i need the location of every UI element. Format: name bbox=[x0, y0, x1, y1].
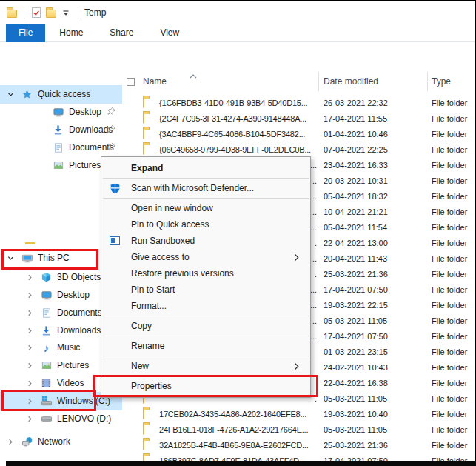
table-row[interactable]: 17CEB02A-3435-4A86-A202-1640EFE8...19-03… bbox=[122, 407, 476, 422]
tab-view[interactable]: View bbox=[147, 24, 192, 42]
file-date-modified: 20-04-2021 11:43 bbox=[324, 254, 412, 263]
defender-shield-icon bbox=[109, 182, 121, 194]
chevron-right-icon[interactable] bbox=[25, 327, 34, 335]
menu-item-label: Pin to Start bbox=[131, 284, 175, 295]
table-row[interactable]: {06C49658-9799-4D38-9EFF-0E2DEC0B...07-0… bbox=[122, 142, 476, 158]
chevron-right-icon[interactable] bbox=[25, 379, 34, 387]
table-row[interactable]: {3AC4BBF9-4C65-4086-B104-5DF3482...01-04… bbox=[122, 127, 476, 142]
table-row[interactable]: 32A1825B-4F4B-4B65-9E8A-E2602FCD...25-03… bbox=[122, 438, 476, 453]
file-date-modified: 05-03-2021 11:05 bbox=[324, 425, 412, 434]
select-all-checkbox[interactable] bbox=[127, 78, 135, 86]
file-date-modified: 25-03-2021 21:36 bbox=[324, 270, 412, 279]
file-date-modified: 17-04-2021 07:50 bbox=[324, 285, 412, 294]
sidebar-item-documents[interactable]: Documents bbox=[0, 139, 122, 156]
chevron-right-icon[interactable] bbox=[25, 273, 34, 282]
file-date-modified: 10-04-2021 21:21 bbox=[324, 207, 412, 216]
file-type: File folder bbox=[432, 207, 467, 216]
customize-dropdown-icon[interactable] bbox=[58, 5, 73, 20]
tab-share[interactable]: Share bbox=[97, 24, 146, 42]
file-date-modified: 01-04-2021 10:46 bbox=[324, 130, 412, 139]
checklist-icon[interactable] bbox=[29, 5, 44, 20]
download-icon bbox=[40, 324, 53, 336]
chevron-right-icon[interactable] bbox=[25, 291, 34, 299]
file-date-modified: 24-02-2021 10:43 bbox=[324, 363, 412, 372]
window-border-top bbox=[0, 0, 476, 1]
annotation-box-this-pc bbox=[1, 249, 98, 270]
menu-separator bbox=[103, 356, 309, 356]
sort-ascending-icon bbox=[189, 71, 198, 81]
pinned-icon bbox=[107, 107, 117, 117]
tab-home[interactable]: Home bbox=[47, 24, 95, 42]
menu-item-rename[interactable]: Rename bbox=[101, 338, 310, 354]
menu-item-properties[interactable]: Properties bbox=[101, 378, 310, 394]
file-date-modified: 22-04-2021 16:38 bbox=[324, 379, 412, 387]
menu-item-format[interactable]: Format... bbox=[101, 298, 310, 314]
sidebar-item-desktop[interactable]: Desktop bbox=[0, 103, 122, 121]
column-header-date-modified[interactable]: Date modified bbox=[324, 76, 378, 87]
menu-item-new[interactable]: New bbox=[101, 358, 310, 374]
menu-item-label: Open in new window bbox=[131, 203, 213, 213]
sandbox-icon bbox=[109, 235, 121, 247]
chevron-right-icon[interactable] bbox=[25, 362, 34, 370]
menu-item-label: Run Sandboxed bbox=[131, 236, 195, 246]
file-date-modified: 07-04-2021 22:25 bbox=[324, 145, 412, 154]
context-menu: ExpandScan with Microsoft Defender...Ope… bbox=[101, 156, 311, 398]
chevron-right-icon[interactable] bbox=[25, 309, 34, 317]
chevron-down-icon[interactable] bbox=[6, 90, 15, 99]
menu-separator bbox=[103, 178, 309, 179]
picture-icon bbox=[40, 359, 53, 371]
menu-item-open-in-new-window[interactable]: Open in new window bbox=[101, 200, 310, 216]
sidebar-item-lenovo-d[interactable]: LENOVO (D:) bbox=[0, 410, 122, 427]
new-folder-button[interactable] bbox=[44, 5, 58, 20]
annotation-box-properties bbox=[93, 375, 318, 397]
file-date-modified: 05-04-2021 11:54 bbox=[324, 223, 412, 232]
sidebar-item-label: Pictures bbox=[57, 360, 89, 370]
menu-item-scan-with-microsoft-defender[interactable]: Scan with Microsoft Defender... bbox=[101, 180, 310, 196]
window-border-bottom bbox=[6, 461, 476, 466]
column-divider[interactable] bbox=[318, 72, 319, 91]
column-header-name[interactable]: Name bbox=[143, 76, 167, 87]
sidebar-item-network[interactable]: Network bbox=[0, 433, 122, 450]
table-row[interactable]: {1C6FBDB3-41D0-491B-93B4-5D40D15...26-03… bbox=[122, 96, 476, 111]
chevron-right-icon[interactable] bbox=[6, 438, 15, 446]
folder-icon bbox=[143, 441, 144, 450]
file-type: File folder bbox=[432, 176, 467, 185]
menu-item-pin-to-quick-access[interactable]: Pin to Quick access bbox=[101, 216, 310, 233]
file-date-modified: 25-03-2021 21:36 bbox=[324, 441, 412, 450]
file-date-modified: 19-03-2021 22:15 bbox=[324, 301, 412, 310]
chevron-right-icon[interactable] bbox=[25, 415, 34, 423]
file-name: {06C49658-9799-4D38-9EFF-0E2DEC0B... bbox=[159, 145, 317, 154]
menu-item-expand[interactable]: Expand bbox=[101, 160, 310, 176]
sidebar-item-downloads[interactable]: Downloads bbox=[0, 121, 122, 139]
sidebar-item-label: Pictures bbox=[69, 160, 101, 170]
table-row[interactable]: {2C4F7C95-3F31-4274-A390-9148448A...17-0… bbox=[122, 111, 476, 127]
menu-item-run-sandboxed[interactable]: Run Sandboxed bbox=[101, 233, 310, 249]
sidebar-item-label: Desktop bbox=[57, 290, 90, 300]
column-header-type[interactable]: Type bbox=[432, 76, 451, 87]
download-icon bbox=[52, 124, 64, 136]
file-type: File folder bbox=[432, 270, 467, 279]
file-type: File folder bbox=[432, 394, 467, 403]
menu-item-restore-previous-versions[interactable]: Restore previous versions bbox=[101, 265, 310, 282]
app-folder-icon bbox=[4, 5, 19, 20]
menu-item-label: Copy bbox=[131, 321, 152, 331]
file-type: File folder bbox=[432, 99, 467, 107]
menu-item-pin-to-start[interactable]: Pin to Start bbox=[101, 282, 310, 298]
menu-item-label: Give access to bbox=[131, 252, 190, 262]
file-date-modified: 17-04-2021 11:55 bbox=[324, 114, 412, 123]
pinned-icon bbox=[107, 124, 117, 135]
pinned-icon bbox=[107, 142, 117, 153]
sidebar-item-label: Network bbox=[38, 436, 70, 447]
tab-file[interactable]: File bbox=[6, 24, 45, 42]
sidebar-item-quick-access[interactable]: Quick access bbox=[0, 85, 122, 103]
table-row[interactable]: 24FB16E1-018F-4726-A1A2-29217664E...05-0… bbox=[122, 422, 476, 438]
menu-item-copy[interactable]: Copy bbox=[101, 318, 310, 334]
chevron-right-icon[interactable] bbox=[25, 344, 34, 352]
file-explorer-window: Temp FileHomeShareView ← → ↑ ››AppData›L… bbox=[0, 0, 476, 466]
ribbon-tabs: FileHomeShareView bbox=[0, 24, 476, 42]
monitor-icon bbox=[40, 289, 53, 301]
menu-item-give-access-to[interactable]: Give access to bbox=[101, 249, 310, 265]
column-divider[interactable] bbox=[427, 72, 428, 91]
file-type: File folder bbox=[432, 192, 467, 201]
menu-item-label: Scan with Microsoft Defender... bbox=[131, 183, 254, 193]
